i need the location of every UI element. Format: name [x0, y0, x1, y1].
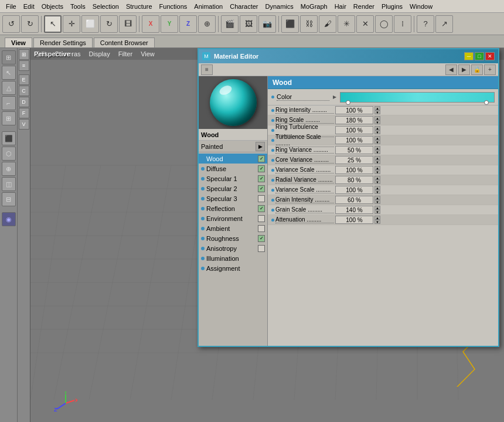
prop-spin-down[interactable]: ▼ [374, 140, 380, 144]
main-viewport[interactable]: Edit Cameras Display Filter View Perspec… [30, 48, 504, 422]
sidebar-btn-11[interactable]: ◉ [2, 212, 16, 226]
sidebar-btn-10[interactable]: ⊟ [2, 192, 16, 206]
channel-specular-1[interactable]: Specular 1 ✓ [199, 173, 267, 183]
menu-file[interactable]: File [2, 2, 20, 11]
sidebar-btn-1[interactable]: ⊞ [2, 50, 16, 64]
prop-spin-down[interactable]: ▼ [374, 170, 380, 174]
color-stop-1[interactable] [346, 100, 350, 105]
rotate-tool[interactable]: ↻ [100, 15, 118, 33]
prop-value[interactable]: 140 % [335, 206, 373, 214]
cursor-btn[interactable]: ↗ [435, 15, 453, 33]
prop-spin-down[interactable]: ▼ [374, 180, 380, 184]
channel-specular-2[interactable]: Specular 2 ✓ [199, 183, 267, 193]
menu-mograph[interactable]: MoGraph [297, 2, 331, 11]
prop-value[interactable]: 100 % [335, 126, 373, 134]
menu-animation[interactable]: Animation [190, 2, 226, 11]
menu-character[interactable]: Character [226, 2, 261, 11]
prop-spin-down[interactable]: ▼ [374, 130, 380, 134]
prop-spin-down[interactable]: ▼ [374, 200, 380, 204]
vt-btn-3[interactable]: E [19, 74, 29, 85]
channel-environment[interactable]: Environment [199, 213, 267, 223]
vi-view[interactable]: View [138, 50, 157, 58]
sidebar-btn-2[interactable]: ↖ [2, 66, 16, 80]
channel-anisotropy[interactable]: Anisotropy [199, 243, 267, 253]
sidebar-btn-7[interactable]: ⬡ [2, 147, 16, 161]
channel-checkbox[interactable] [258, 245, 265, 252]
minimize-button[interactable]: ─ [464, 52, 474, 60]
channel-reflection[interactable]: Reflection ✓ [199, 203, 267, 213]
sidebar-btn-5[interactable]: ⊞ [2, 111, 16, 125]
lasso-btn[interactable]: ◯ [375, 15, 393, 33]
channel-checkbox[interactable]: ✓ [258, 175, 265, 182]
menu-selection[interactable]: Selection [89, 2, 122, 11]
prop-value[interactable]: 100 % [335, 166, 373, 174]
color-arrow[interactable]: ▶ [332, 93, 338, 101]
chain-btn[interactable]: ⛓ [300, 15, 318, 33]
sidebar-btn-9[interactable]: ◫ [2, 177, 16, 191]
prop-spin-up[interactable]: ▲ [374, 146, 380, 150]
prop-spin-up[interactable]: ▲ [374, 126, 380, 130]
channel-checkbox[interactable]: ✓ [258, 205, 265, 212]
prop-spin-up[interactable]: ▲ [374, 166, 380, 170]
vt-btn-2[interactable]: ≡ [19, 60, 29, 71]
prop-spin-down[interactable]: ▼ [374, 220, 380, 224]
prop-spin-down[interactable]: ▼ [374, 110, 380, 114]
channel-checkbox[interactable]: ✓ [258, 185, 265, 192]
prop-value[interactable]: 100 % [335, 106, 373, 114]
render2-btn[interactable]: 📷 [258, 15, 276, 33]
prop-spin-down[interactable]: ▼ [374, 160, 380, 164]
sidebar-btn-4[interactable]: ⌐ [2, 96, 16, 110]
me-tb-nav-right[interactable]: ▶ [458, 64, 470, 75]
channel-checkbox[interactable]: ✓ [258, 235, 265, 242]
channel-specular-3[interactable]: Specular 3 [199, 193, 267, 203]
prop-spin-up[interactable]: ▲ [374, 216, 380, 220]
prop-spin-up[interactable]: ▲ [374, 206, 380, 210]
vt-btn-5[interactable]: D [19, 97, 29, 107]
prop-spin-up[interactable]: ▲ [374, 156, 380, 160]
prop-spin-up[interactable]: ▲ [374, 116, 380, 120]
vt-btn-1[interactable]: ⊞ [19, 49, 29, 60]
prop-value[interactable]: 60 % [335, 196, 373, 204]
prop-value[interactable]: 25 % [335, 156, 373, 164]
cube-btn[interactable]: ⬛ [281, 15, 299, 33]
world-btn[interactable]: ⊕ [198, 15, 216, 33]
channel-checkbox[interactable]: ✓ [258, 165, 265, 172]
menu-edit[interactable]: Edit [20, 2, 38, 11]
channel-roughness[interactable]: Roughness ✓ [199, 233, 267, 243]
menu-plugins[interactable]: Plugins [378, 2, 406, 11]
maximize-button[interactable]: □ [475, 52, 484, 60]
menu-window[interactable]: Window [406, 2, 436, 11]
channel-checkbox[interactable] [258, 195, 265, 202]
undo-button[interactable]: ↺ [2, 15, 20, 33]
select-tool[interactable]: ↖ [44, 15, 62, 33]
redo-button[interactable]: ↻ [21, 15, 39, 33]
tab-view[interactable]: View [5, 38, 32, 47]
close-button[interactable]: ✕ [485, 52, 495, 60]
prop-spin-down[interactable]: ▼ [374, 190, 380, 194]
prop-spin-down[interactable]: ▼ [374, 150, 380, 154]
channel-wood[interactable]: Wood ✓ [199, 154, 267, 164]
me-tb-nav-left[interactable]: ◀ [445, 64, 457, 75]
channel-checkbox[interactable]: ✓ [258, 155, 265, 162]
prop-spin-up[interactable]: ▲ [374, 106, 380, 110]
y-axis-btn[interactable]: Y [161, 15, 178, 33]
channel-checkbox[interactable] [258, 225, 265, 232]
x-axis-btn[interactable]: X [142, 15, 159, 33]
sidebar-btn-3[interactable]: △ [2, 81, 16, 95]
prop-value[interactable]: 100 % [335, 136, 373, 144]
prop-value[interactable]: 180 % [335, 116, 373, 124]
dots-btn[interactable]: ⁞ [394, 15, 411, 33]
menu-hair[interactable]: Hair [331, 2, 350, 11]
color-stop-2[interactable] [484, 100, 489, 105]
vt-btn-6[interactable]: F [19, 108, 29, 118]
menu-functions[interactable]: Functions [156, 2, 191, 11]
vt-btn-4[interactable]: C [19, 86, 29, 96]
channel-checkbox[interactable] [258, 215, 265, 222]
prop-spin-up[interactable]: ▲ [374, 136, 380, 140]
menu-objects[interactable]: Objects [38, 2, 67, 11]
prop-spin-up[interactable]: ▲ [374, 196, 380, 200]
tab-content-browser[interactable]: Content Browser [94, 38, 155, 47]
z-axis-btn[interactable]: Z [179, 15, 197, 33]
sidebar-btn-6[interactable]: ⬛ [2, 131, 16, 145]
prop-spin-down[interactable]: ▼ [374, 120, 380, 124]
